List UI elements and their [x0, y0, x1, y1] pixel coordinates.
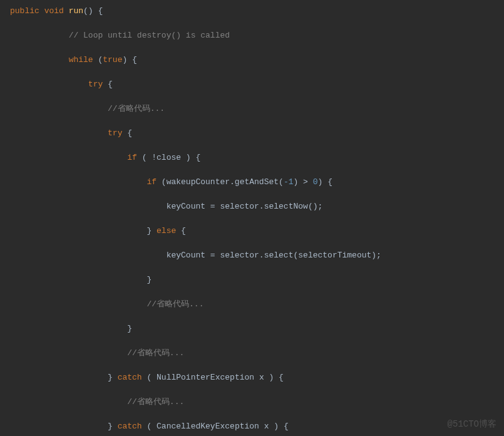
code-token: catch [118, 422, 142, 431]
code-token: ( [93, 55, 103, 65]
code-token: if [127, 153, 137, 162]
code-block: public void run() { // Loop until destro… [0, 5, 504, 436]
code-token: //省略代码... [108, 104, 165, 113]
code-line: //省略代码... [0, 396, 504, 408]
code-token: try [88, 80, 103, 89]
code-line: } [0, 274, 504, 286]
code-token: ( NullPointerException x ) { [142, 373, 284, 382]
code-line: if ( !close ) { [0, 152, 504, 164]
code-line: try { [0, 78, 504, 91]
code-line: // Loop until destroy() is called [0, 29, 504, 42]
code-token: 0 [313, 177, 318, 187]
code-token: { [176, 226, 186, 236]
code-line: keyCount = selector.selectNow(); [0, 200, 504, 213]
code-token: (wakeupCounter.getAndSet( [157, 177, 284, 187]
code-line: //省略代码... [0, 347, 504, 360]
code-token: ( !close ) { [137, 153, 200, 162]
code-token: -1 [284, 177, 294, 187]
code-token: { [122, 128, 132, 138]
code-token: } [108, 422, 118, 431]
code-token [39, 6, 44, 16]
code-line: } [0, 323, 504, 335]
code-token: keyCount = selector.selectNow(); [167, 202, 323, 211]
code-token [64, 6, 69, 16]
code-token: //省略代码... [127, 397, 184, 407]
code-token: keyCount = selector.select(selectorTimeo… [167, 251, 381, 260]
code-token: catch [118, 373, 142, 382]
code-token: // Loop until destroy() is called [69, 31, 230, 40]
code-token: void [44, 6, 64, 16]
code-token: while [69, 55, 93, 65]
code-token: ) > [294, 177, 313, 187]
code-token: } [127, 324, 132, 333]
code-token: public [10, 6, 39, 16]
code-token: { [103, 80, 113, 89]
code-token: () { [83, 6, 103, 16]
code-token: if [147, 177, 157, 187]
code-token: //省略代码... [147, 299, 203, 309]
code-line: try { [0, 127, 504, 140]
code-token: ) { [318, 177, 332, 187]
code-token: true [103, 55, 122, 65]
code-line: } catch ( CancelledKeyException x ) { [0, 420, 504, 433]
code-line: public void run() { [0, 5, 504, 18]
code-line: } else { [0, 225, 504, 237]
code-token: } [147, 226, 157, 236]
code-line: //省略代码... [0, 103, 504, 115]
code-token: run [69, 6, 83, 16]
code-token: ) { [122, 55, 136, 65]
code-token: try [108, 128, 122, 138]
code-token: ( CancelledKeyException x ) { [142, 422, 289, 431]
code-line: keyCount = selector.select(selectorTimeo… [0, 249, 504, 262]
code-line: while (true) { [0, 54, 504, 66]
code-line: if (wakeupCounter.getAndSet(-1) > 0) { [0, 176, 504, 189]
watermark: @51CTO博客 [448, 418, 496, 431]
code-line: } catch ( NullPointerException x ) { [0, 371, 504, 384]
code-token: else [157, 226, 176, 236]
code-token: //省略代码... [127, 348, 184, 358]
code-token: } [147, 275, 152, 284]
code-line: //省略代码... [0, 298, 504, 311]
code-token: } [108, 373, 118, 382]
